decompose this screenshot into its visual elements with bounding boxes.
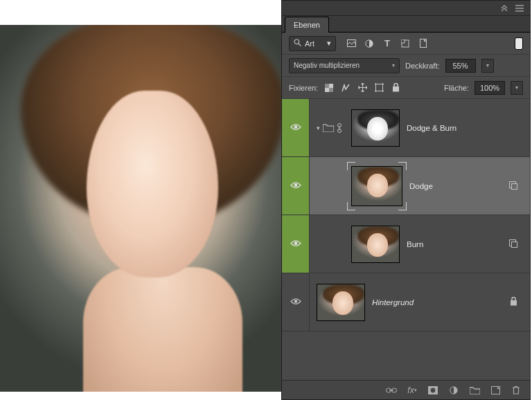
filter-adjust-icon[interactable] [364,38,375,49]
smart-object-icon [509,239,517,249]
visibility-toggle[interactable] [282,157,310,215]
eye-icon [290,297,301,307]
delete-layer-icon[interactable] [511,385,522,396]
svg-rect-18 [512,183,517,189]
fill-label: Fläche: [444,84,469,92]
tabbar: Ebenen [282,16,530,33]
filter-smart-icon[interactable] [418,38,429,49]
new-group-icon[interactable] [469,385,480,396]
visibility-toggle[interactable] [282,99,310,156]
lock-position-icon[interactable] [357,82,368,93]
chevron-down-icon: ▾ [317,125,320,131]
fill-input[interactable] [475,81,505,95]
link-icon [337,123,342,133]
fill-caret[interactable]: ▾ [511,81,523,95]
filter-icons: T [346,38,429,49]
collapse-icon[interactable] [499,3,509,13]
layer-name[interactable]: Dodge & Burn [407,124,456,132]
portrait-photo [0,25,298,392]
svg-point-12 [294,125,297,129]
layers-panel: Ebenen Art ▾ T [281,0,531,400]
layer-thumbnail[interactable] [351,166,402,206]
svg-rect-23 [511,300,517,306]
layer-fx-icon[interactable]: fx▾ [407,385,418,396]
search-icon [294,39,301,48]
filter-toggle[interactable] [515,37,523,50]
layer-list: ▾ Dodge & Burn [282,99,530,380]
lock-all-icon[interactable] [390,82,401,93]
group-toggle[interactable]: ▾ [317,123,344,133]
visibility-toggle[interactable] [282,215,310,273]
opacity-label: Deckkraft: [405,62,440,70]
layer-thumbnail[interactable] [351,226,400,263]
svg-point-22 [294,300,297,303]
layer-name[interactable]: Burn [407,240,423,248]
layer-name[interactable]: Hintergrund [372,298,414,307]
svg-rect-6 [420,39,427,48]
opacity-input[interactable] [445,59,476,73]
svg-rect-30 [491,386,499,394]
layer-name[interactable]: Dodge [409,182,433,190]
svg-point-0 [294,39,299,44]
svg-rect-11 [393,87,399,92]
filter-pixel-icon[interactable] [346,38,357,49]
layer-thumbnail[interactable] [351,109,400,147]
link-layers-icon[interactable] [386,385,397,396]
panel-bottombar: fx▾ [282,380,530,399]
eye-icon [290,181,301,191]
layer-row-dodge[interactable]: Dodge [282,157,530,215]
eye-icon [290,122,301,133]
lock-icon [510,297,517,307]
lock-transparent-icon[interactable] [323,82,335,93]
blend-mode-value: Negativ multiplizieren [294,62,360,69]
layer-row-background[interactable]: Hintergrund [282,273,530,331]
lock-row: Fixieren: Fläche: ▾ [282,77,530,99]
panel-menu-icon[interactable] [515,3,524,13]
svg-point-16 [294,183,297,187]
blend-row: Negativ multiplizieren ▾ Deckkraft: ▾ [282,55,530,77]
eye-icon [290,239,301,249]
chevron-down-icon: ▾ [392,62,395,69]
smart-object-icon [509,181,517,191]
layer-row-group[interactable]: ▾ Dodge & Burn [282,99,530,157]
tab-layers[interactable]: Ebenen [285,17,329,33]
layer-filter-type[interactable]: Art ▾ [289,36,336,51]
svg-rect-9 [329,88,333,92]
filter-shape-icon[interactable] [400,38,411,49]
svg-rect-21 [512,242,517,247]
svg-rect-8 [325,84,329,88]
new-adjustment-icon[interactable] [448,385,459,396]
svg-rect-10 [375,84,382,91]
blend-mode-select[interactable]: Negativ multiplizieren ▾ [289,58,400,73]
panel-topbar [282,1,530,16]
opacity-caret[interactable]: ▾ [481,59,494,73]
svg-line-1 [299,44,301,46]
svg-point-19 [294,242,297,245]
folder-icon [323,123,334,132]
svg-rect-5 [401,39,405,43]
layer-thumbnail[interactable] [317,284,365,321]
lock-pixels-icon[interactable] [340,82,351,93]
new-layer-icon[interactable] [490,385,501,396]
layer-row-burn[interactable]: Burn [282,215,530,273]
filter-type-icon[interactable]: T [382,38,393,49]
filter-row: Art ▾ T [282,33,530,55]
visibility-toggle[interactable] [282,273,310,331]
add-mask-icon[interactable] [427,385,438,396]
lock-label: Fixieren: [289,84,318,92]
lock-artboard-icon[interactable] [373,82,384,93]
filter-type-label: Art [305,39,314,48]
chevron-down-icon: ▾ [327,39,331,48]
svg-point-28 [431,388,436,392]
